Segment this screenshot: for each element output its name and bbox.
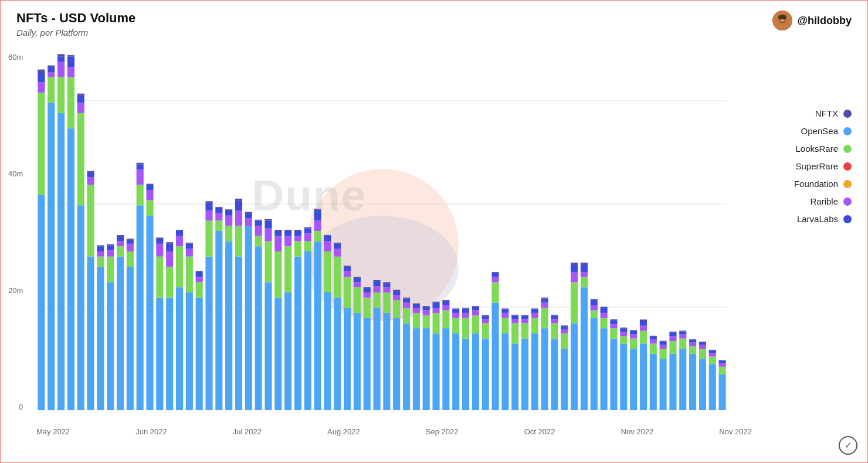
svg-rect-104 <box>215 213 222 220</box>
legend-dot-opensea <box>843 127 852 135</box>
svg-rect-326 <box>660 359 667 410</box>
svg-rect-168 <box>344 271 351 277</box>
svg-rect-246 <box>501 333 508 410</box>
svg-rect-27 <box>67 128 74 410</box>
svg-rect-121 <box>255 246 262 410</box>
svg-rect-212 <box>432 313 439 333</box>
legend-label-looksrare: LooksRare <box>795 144 838 154</box>
svg-rect-119 <box>245 213 252 218</box>
svg-rect-149 <box>304 229 311 234</box>
svg-rect-241 <box>491 302 499 410</box>
svg-rect-240 <box>482 315 489 316</box>
svg-rect-340 <box>679 331 686 331</box>
svg-rect-51 <box>107 244 114 246</box>
svg-rect-196 <box>403 323 410 410</box>
svg-rect-313 <box>630 335 637 339</box>
svg-rect-173 <box>354 282 361 287</box>
legend-label-foundation: Foundation <box>794 179 838 189</box>
svg-rect-83 <box>176 246 183 287</box>
svg-rect-43 <box>97 257 104 267</box>
svg-rect-198 <box>403 302 410 308</box>
svg-rect-187 <box>383 292 390 313</box>
svg-rect-89 <box>186 249 193 257</box>
svg-rect-253 <box>511 319 518 323</box>
legend-dot-looksrare <box>843 145 852 153</box>
svg-rect-205 <box>413 304 420 304</box>
svg-rect-358 <box>719 363 726 367</box>
svg-rect-354 <box>709 350 716 353</box>
svg-rect-90 <box>186 244 193 249</box>
svg-rect-39 <box>87 177 94 185</box>
svg-rect-300 <box>601 307 608 308</box>
svg-rect-190 <box>383 282 390 283</box>
svg-rect-106 <box>215 207 222 208</box>
legend-dot-rarible <box>843 198 852 206</box>
svg-rect-3 <box>778 15 786 19</box>
svg-rect-50 <box>107 245 114 250</box>
svg-rect-126 <box>265 282 272 410</box>
svg-rect-266 <box>541 328 548 410</box>
svg-rect-349 <box>699 342 706 345</box>
x-label-oct: Oct 2022 <box>524 427 555 436</box>
x-label-nov2: Nov 2022 <box>719 427 752 436</box>
svg-rect-249 <box>501 309 508 313</box>
svg-rect-312 <box>630 339 637 349</box>
svg-rect-186 <box>383 313 390 410</box>
svg-rect-227 <box>462 318 469 339</box>
svg-rect-174 <box>354 278 361 282</box>
svg-rect-60 <box>127 240 134 244</box>
svg-rect-54 <box>117 241 124 246</box>
svg-rect-65 <box>137 164 144 169</box>
svg-rect-329 <box>660 342 667 345</box>
svg-rect-228 <box>462 313 469 318</box>
svg-rect-325 <box>650 336 657 336</box>
svg-rect-289 <box>581 264 588 272</box>
svg-rect-108 <box>225 226 232 241</box>
svg-rect-254 <box>511 315 518 319</box>
svg-rect-70 <box>146 185 153 190</box>
svg-rect-124 <box>255 221 262 226</box>
svg-rect-218 <box>442 305 449 311</box>
svg-rect-49 <box>107 250 114 256</box>
svg-rect-197 <box>403 308 410 323</box>
svg-rect-208 <box>423 311 430 316</box>
svg-rect-182 <box>374 292 381 308</box>
svg-rect-137 <box>284 246 291 292</box>
svg-rect-156 <box>324 292 331 410</box>
svg-rect-79 <box>166 251 173 267</box>
svg-rect-353 <box>709 353 716 356</box>
svg-rect-59 <box>127 244 134 251</box>
svg-rect-261 <box>531 333 538 410</box>
svg-rect-328 <box>660 345 667 349</box>
svg-rect-123 <box>255 226 262 236</box>
svg-rect-259 <box>521 316 528 319</box>
chart-title: NFTs - USD Volume <box>16 11 135 26</box>
svg-rect-161 <box>334 298 341 410</box>
svg-rect-20 <box>48 67 55 72</box>
legend-label-rarible: Rarible <box>810 196 838 206</box>
svg-rect-22 <box>57 113 65 410</box>
svg-rect-193 <box>393 295 400 300</box>
svg-rect-141 <box>294 257 301 410</box>
svg-rect-286 <box>581 287 588 410</box>
svg-rect-194 <box>393 291 400 295</box>
svg-rect-97 <box>205 257 212 410</box>
svg-rect-105 <box>215 208 222 213</box>
svg-rect-273 <box>551 319 558 323</box>
chart-subtitle: Daily, per Platform <box>16 28 135 38</box>
svg-rect-283 <box>571 272 578 282</box>
svg-rect-14 <box>38 82 45 92</box>
svg-rect-303 <box>610 324 617 328</box>
svg-rect-322 <box>650 343 657 353</box>
svg-rect-135 <box>274 230 282 231</box>
svg-rect-44 <box>97 251 104 257</box>
svg-rect-331 <box>669 354 676 410</box>
svg-rect-55 <box>117 236 124 241</box>
svg-rect-62 <box>137 205 144 410</box>
svg-rect-131 <box>274 298 282 410</box>
x-axis: May 2022 Jun 2022 Jul 2022 Aug 2022 Sep … <box>36 427 752 436</box>
svg-rect-134 <box>274 231 282 236</box>
avatar <box>772 11 792 30</box>
svg-rect-48 <box>107 257 114 282</box>
svg-rect-280 <box>561 325 568 326</box>
